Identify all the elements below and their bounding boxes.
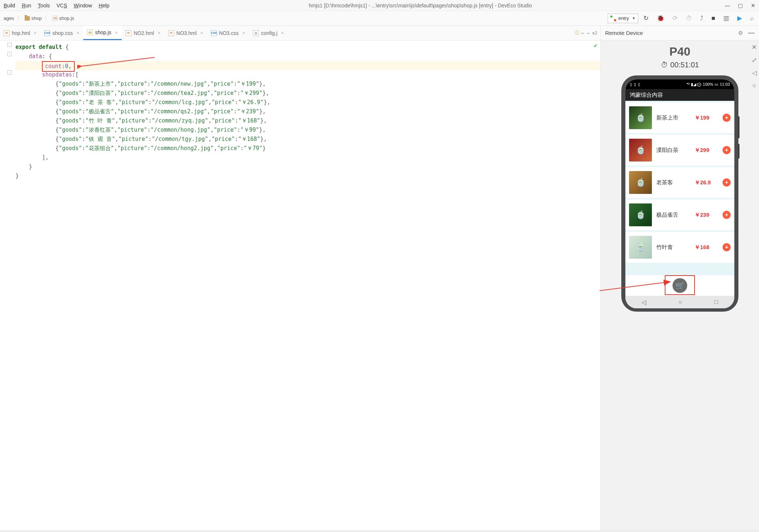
close-icon[interactable]: × bbox=[281, 30, 284, 36]
nav-back-icon[interactable]: ◁ bbox=[642, 299, 646, 306]
minimize-icon[interactable]: — bbox=[725, 3, 730, 8]
add-to-cart-button[interactable]: + bbox=[723, 114, 731, 122]
code-line[interactable]: {"goods":"花茶组合","picture":"/common/hong2… bbox=[15, 144, 600, 153]
code-line[interactable]: shopdatas:[ bbox=[15, 70, 600, 79]
annotation-box bbox=[665, 275, 695, 295]
tab-config-json[interactable]: {}config.j× bbox=[249, 26, 288, 40]
phone-screen[interactable]: ▯ ▯ ▯ ⁴ᴳ ▮◢ ⨀100% ▭ 11:03 鸿蒙综合内容 🍵新茶上市￥1… bbox=[625, 79, 734, 308]
add-to-cart-button[interactable]: + bbox=[723, 243, 731, 251]
run-icon[interactable]: ↻ bbox=[643, 14, 649, 22]
code-line[interactable]: {"goods":"新茶上市","picture":"/common/new.j… bbox=[15, 79, 600, 89]
device-panel-title: Remote Device bbox=[605, 30, 738, 36]
shop-item[interactable]: 🍵极品雀舌￥239+ bbox=[625, 199, 734, 230]
layout-icon[interactable]: ▥ bbox=[723, 14, 729, 22]
fold-icon[interactable]: − bbox=[7, 43, 12, 47]
code-line[interactable]: {"goods":"铁 观 音","picture":"/common/tgy.… bbox=[15, 135, 600, 144]
code-line[interactable]: export default { bbox=[15, 43, 600, 52]
add-to-cart-button[interactable]: + bbox=[723, 178, 731, 187]
code-line[interactable]: } bbox=[15, 162, 600, 171]
tab-nav-extra[interactable]: ⓘ← → ≡2 bbox=[572, 26, 600, 40]
close-icon[interactable]: × bbox=[158, 30, 160, 36]
crumb-shopjs[interactable]: JSshop.js bbox=[50, 15, 76, 22]
code-line[interactable]: } bbox=[15, 171, 600, 181]
tab-shop-css[interactable]: CSSshop.css× bbox=[40, 26, 83, 40]
tab-no3-css[interactable]: CSSNO3.css× bbox=[207, 26, 249, 40]
product-name: 溧阳白茶 bbox=[656, 147, 690, 154]
coverage-icon[interactable]: ⟳ bbox=[672, 14, 678, 22]
battery-icon: ▭ bbox=[714, 82, 718, 87]
chevron-right-icon: 〉 bbox=[17, 15, 22, 22]
window-title: hmjs1 [D:\hmcode\hmjs1] - ...\entry\src\… bbox=[116, 3, 725, 8]
tab-no3-hml[interactable]: HNO3.hml× bbox=[165, 26, 207, 40]
phone-mockup: ▯ ▯ ▯ ⁴ᴳ ▮◢ ⨀100% ▭ 11:03 鸿蒙综合内容 🍵新茶上市￥1… bbox=[622, 76, 738, 311]
menu-build[interactable]: Build bbox=[4, 3, 15, 8]
code-line[interactable]: ], bbox=[15, 153, 600, 162]
debug-icon[interactable]: 🐞 bbox=[657, 14, 664, 22]
menu-tools[interactable]: Tools bbox=[38, 3, 50, 8]
gear-icon[interactable]: ⚙ bbox=[738, 30, 743, 36]
hml-file-icon: H bbox=[4, 30, 10, 36]
close-icon[interactable]: × bbox=[200, 30, 203, 36]
product-price: ￥26.9 bbox=[695, 179, 718, 186]
code-line[interactable]: {"goods":"竹 叶 青","picture":"/common/zyq.… bbox=[15, 116, 600, 125]
preview-icon[interactable]: ▶ bbox=[737, 14, 742, 22]
crumb-shop[interactable]: shop bbox=[22, 15, 44, 22]
nav-recent-icon[interactable]: □ bbox=[714, 299, 718, 305]
js-file-icon: JS bbox=[87, 29, 93, 35]
add-to-cart-button[interactable]: + bbox=[723, 211, 731, 219]
close-icon[interactable]: × bbox=[243, 30, 246, 36]
shop-item[interactable]: 🍵溧阳白茶￥299+ bbox=[625, 135, 734, 166]
code-line[interactable]: count:0, bbox=[15, 61, 600, 70]
tab-no2-hml[interactable]: HNO2.hml× bbox=[122, 26, 165, 40]
window-controls: — ▢ ✕ bbox=[725, 3, 755, 8]
profile-icon[interactable]: ⏱ bbox=[686, 15, 692, 22]
close-icon[interactable]: × bbox=[34, 30, 37, 36]
product-price: ￥299 bbox=[695, 147, 718, 154]
close-icon[interactable]: × bbox=[115, 30, 118, 35]
maximize-icon[interactable]: ▢ bbox=[738, 3, 743, 8]
shop-list[interactable]: 🍵新茶上市￥199+🍵溧阳白茶￥299+🍵老茶客￥26.9+🍵极品雀舌￥239+… bbox=[625, 101, 734, 275]
tab-hop-hml[interactable]: Hhop.hml× bbox=[0, 26, 40, 40]
gutter: − − − bbox=[0, 40, 14, 531]
code-line[interactable]: data: { bbox=[15, 52, 600, 61]
app-title: 鸿蒙综合内容 bbox=[625, 89, 734, 101]
record-icon[interactable]: ○ bbox=[752, 82, 756, 89]
product-price: ￥168 bbox=[695, 244, 718, 251]
minimize-panel-icon[interactable]: — bbox=[748, 29, 755, 37]
menu-window[interactable]: Window bbox=[74, 3, 92, 8]
hml-file-icon: H bbox=[126, 30, 131, 36]
product-price: ￥199 bbox=[695, 114, 718, 121]
shop-item[interactable]: 🍵新茶上市￥199+ bbox=[625, 102, 734, 133]
close-icon[interactable]: ✕ bbox=[751, 3, 755, 8]
fold-icon[interactable]: − bbox=[7, 52, 12, 56]
crumb-ages[interactable]: ages bbox=[1, 15, 16, 22]
product-thumb: 🍵 bbox=[629, 203, 652, 226]
menu-vcs[interactable]: VCS bbox=[57, 3, 67, 8]
add-to-cart-button[interactable]: + bbox=[723, 146, 731, 154]
code-line[interactable]: {"goods":"溧阳白茶","picture":"/common/tea2.… bbox=[15, 89, 600, 98]
shop-item[interactable]: 🍵老茶客￥26.9+ bbox=[625, 167, 734, 198]
code-line[interactable]: {"goods":"浓香红茶","picture":"/common/hong.… bbox=[15, 125, 600, 135]
editor-tabs: Hhop.hml× CSSshop.css× JSshop.js× HNO2.h… bbox=[0, 26, 600, 40]
stop-icon[interactable]: ■ bbox=[712, 15, 715, 22]
phone-side-button bbox=[738, 144, 739, 159]
editor-pane: Hhop.hml× CSSshop.css× JSshop.js× HNO2.h… bbox=[0, 26, 601, 531]
shop-item[interactable]: 🍵竹叶青￥168+ bbox=[625, 232, 734, 263]
search-icon[interactable]: ⌕ bbox=[750, 15, 754, 22]
menu-help[interactable]: Help bbox=[99, 3, 109, 8]
back-icon[interactable]: ◁ bbox=[752, 69, 757, 77]
nav-home-icon[interactable]: ○ bbox=[678, 299, 682, 305]
tab-shop-js[interactable]: JSshop.js× bbox=[83, 26, 122, 40]
expand-icon[interactable]: ⤢ bbox=[752, 56, 757, 64]
hml-file-icon: H bbox=[168, 30, 174, 36]
run-config-select[interactable]: entry ▼ bbox=[608, 14, 638, 23]
breadcrumb: ages 〉 shop 〉 JSshop.js bbox=[1, 15, 77, 22]
code-line[interactable]: {"goods":"老 茶 客","picture":"/common/lcg.… bbox=[15, 98, 600, 107]
close-preview-icon[interactable]: ✕ bbox=[752, 43, 757, 51]
menu-run[interactable]: Run bbox=[22, 3, 31, 8]
close-icon[interactable]: × bbox=[77, 30, 80, 36]
code-line[interactable]: {"goods":"极品雀舌","picture":"/common/qs2.j… bbox=[15, 107, 600, 116]
code-editor[interactable]: ✔ − − − export default { data: { count:0… bbox=[0, 40, 600, 531]
fold-icon[interactable]: − bbox=[7, 70, 12, 75]
attach-icon[interactable]: ⤴ bbox=[700, 15, 703, 22]
